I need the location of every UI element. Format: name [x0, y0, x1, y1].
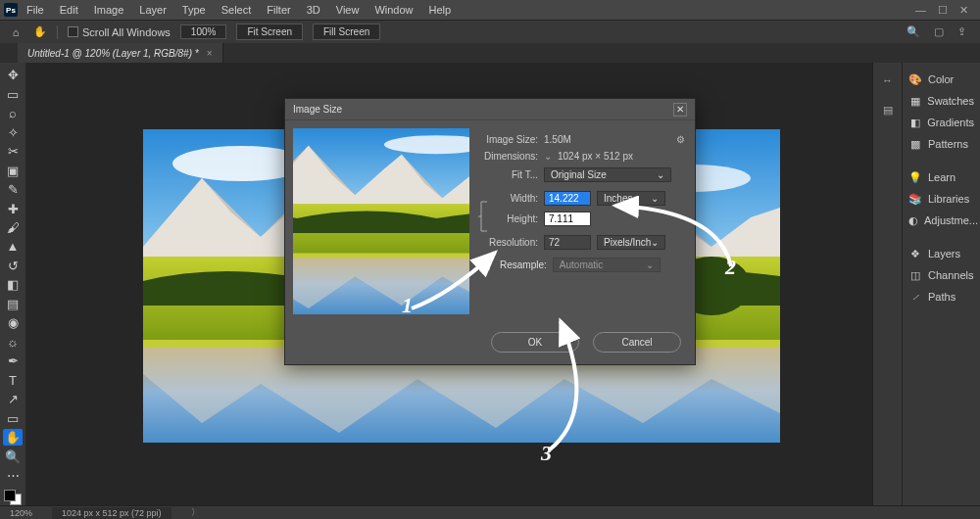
fill-screen-button[interactable]: Fill Screen	[313, 24, 380, 40]
eraser-tool[interactable]: ◧	[3, 276, 23, 293]
zoom-level-field[interactable]: 100%	[180, 24, 227, 39]
document-tab-title: Untitled-1 @ 120% (Layer 1, RGB/8#) *	[27, 48, 199, 59]
menu-type[interactable]: Type	[175, 2, 213, 18]
type-tool[interactable]: T	[3, 372, 23, 389]
document-tabs: Untitled-1 @ 120% (Layer 1, RGB/8#) * ×	[0, 43, 980, 63]
menu-layer[interactable]: Layer	[132, 2, 173, 18]
gradient-tool[interactable]: ▤	[3, 296, 23, 312]
dodge-tool[interactable]: ☼	[3, 334, 23, 351]
learn-icon: 💡	[908, 170, 922, 184]
marquee-tool[interactable]: ▭	[3, 85, 23, 102]
foreground-background-colors[interactable]	[4, 490, 22, 505]
hand-tool[interactable]: ✋	[3, 429, 23, 446]
crop-tool[interactable]: ✂	[3, 143, 23, 160]
path-tool[interactable]: ↗	[3, 391, 23, 407]
foreground-color-swatch[interactable]	[4, 490, 16, 501]
panel-gradients[interactable]: ◧Gradients	[903, 112, 980, 133]
tools-panel: ✥ ▭ ⌕ ✧ ✂ ▣ ✎ ✚ 🖌 ▲ ↺ ◧ ▤ ◉ ☼ ✒ T ↗ ▭ ✋ …	[0, 63, 25, 505]
gradients-icon: ◧	[908, 116, 921, 129]
panel-learn[interactable]: 💡Learn	[903, 166, 980, 188]
menu-view[interactable]: View	[329, 2, 367, 18]
frame-icon[interactable]: ▢	[934, 25, 944, 38]
gear-icon[interactable]: ⚙	[676, 134, 685, 145]
resolution-label: Resolution:	[479, 237, 538, 248]
checkbox-icon[interactable]	[68, 26, 78, 37]
menu-help[interactable]: Help	[422, 2, 459, 18]
wand-tool[interactable]: ✧	[3, 123, 23, 140]
menu-image[interactable]: Image	[87, 2, 131, 18]
resolution-unit-select[interactable]: Pixels/Inch⌄	[597, 235, 665, 250]
height-input[interactable]	[544, 212, 591, 226]
menu-edit[interactable]: Edit	[53, 2, 85, 18]
healing-tool[interactable]: ✚	[3, 200, 23, 216]
resolution-input[interactable]	[544, 235, 591, 250]
options-bar: ⌂ ✋ Scroll All Windows 100% Fit Screen F…	[0, 20, 980, 43]
resample-mode-value: Automatic	[560, 260, 603, 270]
close-tab-icon[interactable]: ×	[207, 48, 213, 59]
home-icon[interactable]: ⌂	[8, 25, 24, 39]
share-icon[interactable]: ⇪	[957, 25, 966, 38]
search-icon[interactable]: 🔍	[906, 25, 920, 38]
lasso-tool[interactable]: ⌕	[3, 105, 23, 121]
panel-dock: 🎨Color ▦Swatches ◧Gradients ▩Patterns 💡L…	[902, 63, 980, 505]
scroll-all-windows-checkbox[interactable]: Scroll All Windows	[68, 26, 171, 38]
menu-3d[interactable]: 3D	[300, 2, 327, 18]
annotation-number-3: 3	[541, 441, 552, 466]
panel-label: Layers	[928, 248, 960, 260]
shape-tool[interactable]: ▭	[3, 409, 23, 426]
image-preview[interactable]	[293, 128, 469, 314]
dialog-close-icon[interactable]: ✕	[673, 103, 687, 117]
adjustments-icon: ◐	[908, 213, 918, 227]
history-brush-tool[interactable]: ↺	[3, 258, 23, 274]
blur-tool[interactable]: ◉	[3, 314, 23, 331]
status-doc-info[interactable]: 1024 px x 512 px (72 ppi)	[52, 507, 172, 519]
panel-label: Gradients	[927, 117, 974, 128]
chevron-down-icon: ⌄	[646, 260, 654, 270]
panel-adjustments[interactable]: ◐Adjustme...	[903, 210, 980, 231]
resample-checkbox[interactable]	[479, 260, 490, 270]
fit-to-select[interactable]: Original Size⌄	[544, 167, 671, 182]
panel-swatches[interactable]: ▦Swatches	[903, 90, 980, 112]
panel-label: Patterns	[928, 138, 968, 150]
width-input[interactable]	[544, 191, 591, 206]
status-zoom[interactable]: 120%	[10, 508, 32, 518]
panel-layers[interactable]: ❖Layers	[903, 243, 980, 264]
panel-color[interactable]: 🎨Color	[903, 69, 980, 90]
menu-file[interactable]: File	[20, 2, 51, 18]
image-size-dialog: Image Size ✕ Image Size: 1.50M ⚙	[284, 98, 696, 365]
move-tool[interactable]: ✥	[3, 67, 23, 83]
menu-select[interactable]: Select	[215, 2, 259, 18]
brush-tool[interactable]: 🖌	[3, 219, 23, 236]
history-panel-icon[interactable]: ↔	[880, 72, 896, 88]
hand-tool-indicator-icon[interactable]: ✋	[33, 25, 47, 38]
fit-screen-button[interactable]: Fit Screen	[236, 24, 303, 40]
status-chevron-icon[interactable]: 〉	[191, 506, 200, 519]
eyedropper-tool[interactable]: ✎	[3, 181, 23, 198]
dialog-titlebar[interactable]: Image Size ✕	[285, 99, 695, 120]
edit-toolbar[interactable]: ⋯	[3, 467, 23, 484]
dimensions-dropdown-icon[interactable]: ⌄	[544, 151, 552, 162]
menu-filter[interactable]: Filter	[260, 2, 297, 18]
resolution-unit-value: Pixels/Inch	[604, 237, 651, 248]
constrain-proportions-icon[interactable]	[478, 200, 490, 233]
stamp-tool[interactable]: ▲	[3, 238, 23, 255]
frame-tool[interactable]: ▣	[3, 162, 23, 178]
maximize-icon[interactable]: ☐	[938, 4, 948, 17]
zoom-tool[interactable]: 🔍	[3, 448, 23, 464]
panel-paths[interactable]: ⟋Paths	[903, 286, 980, 307]
minimize-icon[interactable]: —	[915, 4, 926, 17]
panel-label: Adjustme...	[924, 214, 978, 226]
panel-libraries[interactable]: 📚Libraries	[903, 188, 980, 210]
paths-icon: ⟋	[908, 290, 922, 304]
panel-channels[interactable]: ◫Channels	[903, 264, 980, 286]
document-tab[interactable]: Untitled-1 @ 120% (Layer 1, RGB/8#) * ×	[18, 43, 223, 63]
panel-patterns[interactable]: ▩Patterns	[903, 133, 980, 155]
ok-button[interactable]: OK	[491, 332, 579, 353]
close-icon[interactable]: ✕	[959, 4, 968, 17]
cancel-button[interactable]: Cancel	[593, 332, 681, 353]
width-unit-value: Inches	[604, 193, 632, 204]
width-unit-select[interactable]: Inches⌄	[597, 191, 665, 206]
pen-tool[interactable]: ✒	[3, 353, 23, 369]
menu-window[interactable]: Window	[368, 2, 419, 18]
properties-panel-icon[interactable]: ▤	[880, 102, 896, 118]
